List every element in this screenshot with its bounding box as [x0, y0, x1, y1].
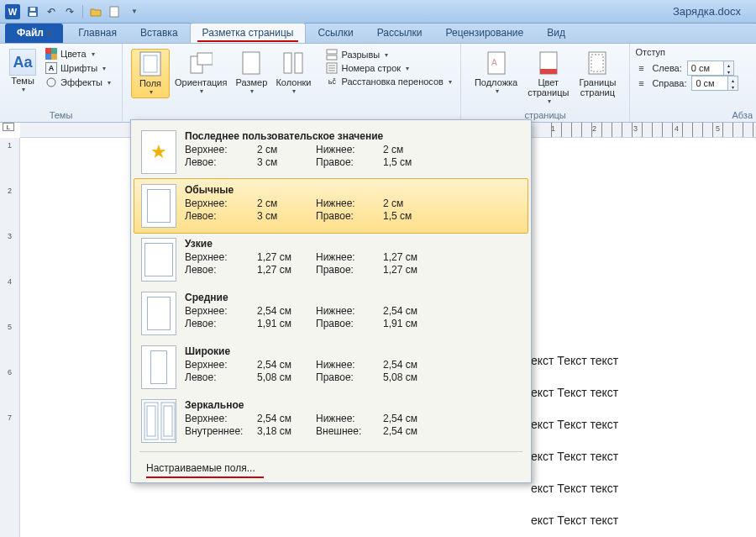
- svg-rect-5: [51, 48, 57, 54]
- ribbon-tabs: Файл ▾ Главная Вставка Разметка страницы…: [0, 24, 756, 44]
- margin-preset-thumbnail: [141, 345, 176, 389]
- svg-rect-29: [161, 403, 175, 440]
- tab-view[interactable]: Вид: [535, 24, 577, 43]
- watermark-icon: A: [485, 50, 508, 76]
- document-title: Зарядка.docx: [673, 5, 741, 18]
- group-label-page-bg: страницы: [466, 108, 624, 120]
- themes-icon: Aa: [9, 49, 36, 76]
- hyphenation-button[interactable]: ьčРасстановка переносов▾: [326, 76, 451, 87]
- group-label-themes: Темы: [5, 108, 117, 120]
- svg-rect-25: [540, 69, 557, 74]
- margin-preset-item[interactable]: ШирокиеВерхнее:2,54 смНижнее:2,54 смЛево…: [134, 340, 528, 394]
- ribbon: Aa Темы▾ Цвета▾ AШрифты▾ Эффекты▾ Темы П…: [0, 44, 756, 123]
- theme-fonts-button[interactable]: AШрифты▾: [44, 61, 113, 75]
- title-bar: W ↶ ↷ ▼ Зарядка.docx: [0, 0, 756, 24]
- svg-rect-17: [327, 55, 337, 60]
- margin-preset-thumbnail: [141, 184, 176, 228]
- margin-preset-title: Обычные: [185, 184, 521, 196]
- group-indent: Отступ ≡ Слева: 0 см▴▾ ≡ Справа: 0 см▴▾: [630, 44, 743, 122]
- group-page-setup-2: Разрывы▾ Номера строк▾ ьčРасстановка пер…: [318, 44, 460, 122]
- dropdown-separator: [139, 451, 522, 452]
- theme-colors-button[interactable]: Цвета▾: [44, 47, 113, 61]
- colors-icon: [45, 48, 57, 60]
- tab-references[interactable]: Ссылки: [306, 24, 365, 43]
- svg-rect-16: [327, 50, 337, 54]
- themes-button[interactable]: Aa Темы▾: [5, 47, 40, 95]
- breaks-button[interactable]: Разрывы▾: [326, 49, 451, 61]
- qat-separator: [82, 5, 83, 18]
- margin-preset-title: Последнее пользовательское значение: [185, 130, 521, 142]
- svg-rect-3: [110, 7, 118, 17]
- margins-button[interactable]: Поля▾: [131, 49, 170, 98]
- qat-open-icon[interactable]: [88, 4, 103, 19]
- page-borders-icon: [585, 50, 609, 76]
- qat-redo-icon[interactable]: ↷: [62, 4, 77, 19]
- indent-left-row: ≡ Слева: 0 см▴▾: [635, 61, 738, 76]
- margin-preset-item[interactable]: УзкиеВерхнее:1,27 смНижнее:1,27 смЛевое:…: [134, 233, 528, 287]
- tab-review[interactable]: Рецензирование: [434, 24, 536, 43]
- quick-access-toolbar: ↶ ↷ ▼: [25, 4, 142, 19]
- watermark-button[interactable]: A Подложка▾: [471, 49, 521, 107]
- margin-preset-thumbnail: [141, 292, 176, 335]
- svg-rect-28: [144, 403, 158, 440]
- svg-text:A: A: [491, 58, 497, 67]
- tab-file[interactable]: Файл ▾: [5, 24, 63, 43]
- vertical-ruler[interactable]: 1234567: [0, 138, 20, 537]
- margins-dropdown: ★Последнее пользовательское значениеВерх…: [130, 119, 532, 483]
- indent-left-input[interactable]: 0 см▴▾: [687, 61, 734, 76]
- svg-rect-7: [51, 54, 57, 60]
- group-page-setup: Поля▾ Ориентация▾ Размер▾ Колонки▾: [123, 44, 318, 122]
- highlight-underline: [146, 476, 264, 478]
- tab-page-layout[interactable]: Разметка страницы: [190, 23, 307, 43]
- qat-more-icon[interactable]: ▼: [127, 4, 142, 19]
- tab-insert[interactable]: Вставка: [129, 24, 190, 43]
- svg-rect-14: [284, 53, 291, 73]
- page-color-icon: [537, 50, 560, 76]
- custom-margins-button[interactable]: Настраиваемые поля...: [134, 455, 528, 481]
- qat-new-icon[interactable]: [107, 4, 122, 19]
- orientation-button[interactable]: Ориентация▾: [171, 49, 230, 98]
- indent-left-label: Слева:: [652, 63, 681, 73]
- svg-rect-12: [197, 53, 213, 65]
- margin-preset-item[interactable]: ★Последнее пользовательское значениеВерх…: [134, 125, 528, 179]
- indent-right-row: ≡ Справа: 0 см▴▾: [635, 76, 738, 91]
- svg-rect-13: [243, 52, 260, 74]
- page-borders-button[interactable]: Границы страниц: [575, 49, 619, 107]
- margins-icon: [139, 51, 162, 76]
- svg-rect-1: [29, 13, 36, 16]
- svg-rect-6: [45, 54, 51, 60]
- tab-mailings[interactable]: Рассылки: [365, 24, 434, 43]
- indent-right-icon: ≡: [635, 77, 647, 89]
- fonts-icon: A: [45, 62, 57, 74]
- indent-left-icon: ≡: [635, 62, 647, 74]
- size-icon: [239, 50, 263, 76]
- line-numbers-button[interactable]: Номера строк▾: [326, 62, 451, 74]
- ruler-corner-marker: L: [3, 123, 14, 131]
- margin-preset-thumbnail: ★: [141, 130, 176, 174]
- margin-preset-thumbnail: [141, 238, 176, 282]
- columns-icon: [281, 50, 305, 76]
- margin-preset-thumbnail: [141, 399, 176, 443]
- margin-preset-item[interactable]: СредниеВерхнее:2,54 смНижнее:2,54 смЛево…: [134, 287, 528, 340]
- svg-rect-15: [295, 53, 302, 73]
- svg-rect-4: [45, 48, 51, 54]
- group-page-background: A Подложка▾ Цвет страницы▾ Границы стран…: [461, 44, 630, 122]
- size-button[interactable]: Размер▾: [232, 49, 270, 98]
- margin-preset-item[interactable]: ЗеркальноеВерхнее:2,54 смНижнее:2,54 смВ…: [134, 394, 528, 448]
- hyphenation-icon: ьč: [326, 76, 338, 87]
- columns-button[interactable]: Колонки▾: [272, 49, 314, 98]
- highlight-underline: [197, 40, 299, 42]
- breaks-icon: [326, 49, 338, 61]
- margin-preset-item[interactable]: ОбычныеВерхнее:2 смНижнее:2 смЛевое:3 см…: [134, 178, 528, 234]
- indent-right-input[interactable]: 0 см▴▾: [691, 76, 738, 91]
- paragraph-group-label-trunc: Абза: [732, 110, 753, 120]
- margin-preset-title: Узкие: [185, 238, 521, 250]
- orientation-icon: [189, 50, 213, 76]
- svg-rect-2: [30, 8, 35, 11]
- qat-save-icon[interactable]: [25, 4, 40, 19]
- margin-preset-title: Зеркальное: [185, 399, 521, 411]
- tab-home[interactable]: Главная: [66, 24, 129, 43]
- qat-undo-icon[interactable]: ↶: [44, 4, 59, 19]
- page-color-button[interactable]: Цвет страницы▾: [524, 49, 572, 107]
- theme-effects-button[interactable]: Эффекты▾: [44, 76, 113, 89]
